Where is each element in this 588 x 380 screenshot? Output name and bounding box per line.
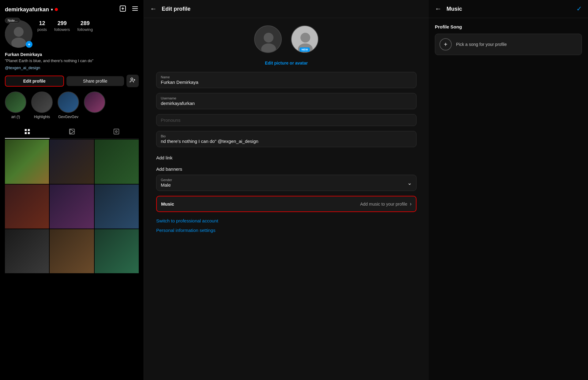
username-row: demirkayafurkan ▾ [5, 6, 58, 13]
edit-profile-button[interactable]: Edit profile [5, 76, 64, 87]
avatar-wrap: Note... + [5, 20, 32, 48]
highlight-circle-gevgev [58, 91, 79, 113]
middle-panel: ← Edit profile [144, 0, 429, 380]
following-stat[interactable]: 289 following [77, 20, 93, 32]
add-person-button[interactable] [126, 75, 139, 87]
music-subtext: Add music to your profile [360, 202, 407, 207]
name-field: Name Furkan Demirkaya [156, 72, 417, 88]
action-buttons: Edit profile Share profile [5, 75, 139, 87]
add-avatar-button[interactable]: + [26, 41, 32, 48]
posts-stat: 12 posts [37, 20, 47, 32]
name-value[interactable]: Furkan Demirkaya [161, 80, 412, 85]
profile-link[interactable]: @texgen_ai_design [5, 65, 40, 70]
photo-cell[interactable] [50, 229, 94, 273]
top-bar: demirkayafurkan ▾ [5, 5, 139, 14]
highlight-art[interactable]: art (!) [5, 91, 26, 119]
add-post-button[interactable] [119, 5, 126, 14]
bio-label: Bio [161, 134, 412, 138]
song-pick-text: Pick a song for your profile [456, 42, 507, 47]
svg-rect-12 [25, 129, 27, 131]
followers-stat[interactable]: 299 followers [54, 20, 70, 32]
profile-bio: "Planet Earth is blue, and there's nothi… [5, 58, 139, 64]
svg-point-9 [131, 78, 133, 80]
note-badge[interactable]: Note... [5, 18, 20, 23]
bio-value[interactable]: nd there's nothing I can do" @texgen_ai_… [161, 139, 412, 144]
name-label: Name [161, 75, 412, 79]
photo-cell[interactable] [95, 140, 139, 184]
profile-song-add-button[interactable]: + Pick a song for your profile [435, 34, 582, 55]
avatar-edit-new[interactable]: NEW [291, 25, 318, 53]
highlight-circle-highlights [31, 91, 53, 113]
highlight-circle-art [5, 91, 26, 113]
plus-icon: + [439, 38, 452, 50]
switch-to-professional-link[interactable]: Switch to professional account [156, 218, 417, 223]
highlight-highlights[interactable]: Highlights [31, 91, 53, 119]
tab-grid[interactable] [5, 125, 50, 139]
tab-tagged[interactable] [94, 125, 139, 139]
music-back-button[interactable]: ← [435, 5, 442, 13]
new-badge: NEW [300, 47, 310, 52]
tab-reels[interactable] [50, 125, 94, 139]
profile-name: Furkan Demirkaya [5, 52, 139, 57]
svg-marker-16 [70, 129, 74, 134]
online-indicator [55, 8, 58, 11]
left-panel: demirkayafurkan ▾ Not [0, 0, 144, 380]
username-value[interactable]: demirkayafurkan [161, 101, 412, 106]
highlight-label-art: art (!) [11, 115, 20, 119]
avatar-edit-current[interactable] [254, 25, 282, 53]
right-panel: ← Music ✓ Profile Song + Pick a song for… [429, 0, 588, 380]
edit-profile-title: Edit profile [162, 6, 190, 12]
music-right: Add music to your profile › [360, 201, 412, 207]
avatar-current [254, 25, 282, 53]
bio-field: Bio nd there's nothing I can do" @texgen… [156, 131, 417, 147]
followers-label: followers [54, 27, 70, 32]
photo-cell[interactable] [50, 140, 94, 184]
photo-cell[interactable] [5, 184, 49, 229]
profile-song-title: Profile Song [435, 24, 582, 29]
add-link[interactable]: Add link [156, 152, 417, 163]
username-label: Username [161, 96, 412, 100]
add-banners[interactable]: Add banners [156, 163, 417, 175]
posts-count: 12 [37, 20, 47, 27]
highlights-row: art (!) Highlights GevGevGev [5, 91, 139, 119]
svg-point-19 [115, 131, 117, 132]
photo-cell[interactable] [95, 184, 139, 229]
chevron-down-icon: ⌄ [407, 180, 412, 186]
top-icons [119, 5, 139, 14]
gender-value: Male [161, 182, 172, 188]
highlight-gevgev[interactable]: GevGevGev [58, 91, 79, 119]
posts-label: posts [37, 27, 47, 32]
followers-count: 299 [54, 20, 70, 27]
avatar-edit-section: NEW [144, 18, 429, 60]
gender-label: Gender [161, 178, 172, 182]
tabs-row [5, 125, 139, 139]
form-section: Name Furkan Demirkaya Username demirkaya… [144, 72, 429, 243]
highlight-label-highlights: Highlights [34, 115, 50, 119]
photo-cell[interactable] [5, 140, 49, 184]
chevron-down-icon[interactable]: ▾ [51, 7, 53, 12]
edit-profile-header: ← Edit profile [144, 0, 429, 18]
profile-section: Note... + 12 posts 299 followers 289 [5, 20, 139, 48]
highlight-anime[interactable] [84, 91, 105, 119]
music-title: Music [447, 6, 462, 12]
share-profile-button[interactable]: Share profile [66, 76, 124, 86]
music-arrow-icon: › [410, 201, 412, 207]
gender-field: Gender Male ⌄ [156, 175, 417, 191]
photo-grid [5, 140, 139, 273]
checkmark-icon[interactable]: ✓ [576, 5, 582, 13]
pronouns-placeholder: Pronouns [161, 117, 412, 123]
edit-picture-link[interactable]: Edit picture or avatar [265, 61, 308, 65]
personal-info-link[interactable]: Personal information settings [156, 228, 417, 233]
back-button[interactable]: ← [150, 5, 157, 13]
stats-row: 12 posts 299 followers 289 following [37, 20, 93, 32]
svg-point-7 [14, 27, 24, 37]
photo-cell[interactable] [50, 184, 94, 229]
music-field[interactable]: Music Add music to your profile › [156, 196, 417, 212]
highlight-label-gevgev: GevGevGev [58, 115, 78, 119]
menu-button[interactable] [131, 5, 139, 14]
photo-cell[interactable] [95, 229, 139, 273]
svg-point-24 [300, 33, 310, 43]
username-text: demirkayafurkan [5, 6, 49, 13]
svg-rect-15 [28, 132, 30, 134]
photo-cell[interactable] [5, 229, 49, 273]
